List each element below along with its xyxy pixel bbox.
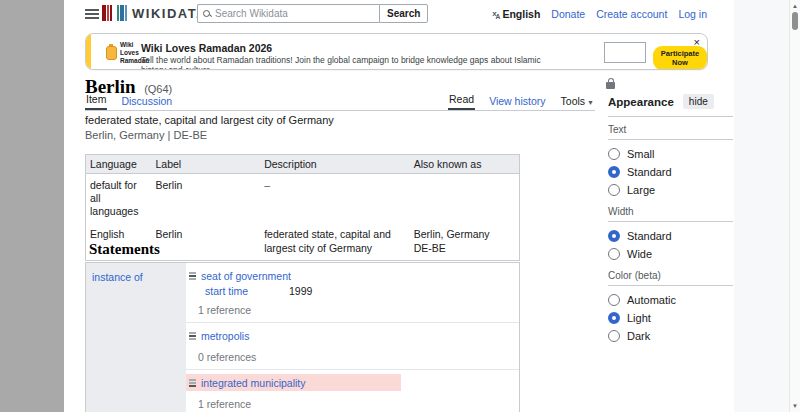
cell-description: federated state, capital and largest cit… bbox=[260, 223, 410, 260]
article-tabs: Item Discussion Read View history Tools▼ bbox=[85, 94, 595, 111]
site-header: WIKIDATA Search xA English Donate Create… bbox=[64, 0, 734, 28]
col-description: Description bbox=[260, 155, 410, 174]
statements-heading: Statements bbox=[89, 241, 160, 258]
terms-header-row: Language Label Description Also known as bbox=[86, 155, 520, 174]
cell-label: Berlin bbox=[151, 223, 260, 260]
tab-item[interactable]: Item bbox=[85, 93, 107, 110]
donate-link[interactable]: Donate bbox=[551, 8, 585, 20]
vertical-scrollbar[interactable]: ▲ ▼ bbox=[789, 0, 800, 412]
claims-list: seat of government start time 1999 1 ref… bbox=[186, 263, 519, 412]
property-link-instance-of[interactable]: instance of bbox=[92, 271, 143, 283]
radio-label: Large bbox=[627, 184, 655, 196]
tab-discussion[interactable]: Discussion bbox=[120, 95, 173, 110]
language-label: English bbox=[502, 8, 540, 20]
radio-text-large[interactable]: Large bbox=[608, 181, 733, 199]
radio-icon bbox=[608, 184, 620, 196]
qualifier-property-link[interactable]: start time bbox=[205, 285, 289, 297]
view-tabs: Read View history Tools▼ bbox=[448, 93, 595, 110]
claim-main-row-highlighted: integrated municipality bbox=[186, 374, 401, 391]
wikidata-page: WIKIDATA Search xA English Donate Create… bbox=[64, 0, 734, 412]
radio-label: Small bbox=[627, 148, 655, 160]
rank-selector-icon[interactable] bbox=[189, 332, 196, 340]
radio-label: Light bbox=[627, 312, 651, 324]
tab-tools[interactable]: Tools▼ bbox=[560, 95, 595, 110]
entity-description-block: federated state, capital and largest cit… bbox=[85, 114, 334, 143]
translate-icon: xA bbox=[492, 9, 499, 20]
references-toggle[interactable]: 0 references bbox=[198, 351, 519, 363]
protection-lock-icon bbox=[606, 82, 615, 89]
radio-icon bbox=[608, 148, 620, 160]
banner-image-placeholder bbox=[604, 42, 646, 63]
radio-label: Automatic bbox=[627, 294, 676, 306]
statement-group: instance of seat of government start tim… bbox=[85, 262, 520, 412]
log-in-link[interactable]: Log in bbox=[678, 8, 707, 20]
section-label-text: Text bbox=[608, 117, 733, 140]
radio-text-standard[interactable]: Standard bbox=[608, 163, 733, 181]
cell-aka: Berlin, Germany DE-BE bbox=[410, 223, 520, 260]
radio-checked-icon bbox=[608, 230, 620, 242]
participate-now-button[interactable]: Participate Now bbox=[653, 46, 707, 70]
cell-language: default for all languages bbox=[86, 174, 152, 224]
banner-text: Tell the world about Ramadan traditions!… bbox=[141, 55, 561, 70]
radio-label: Standard bbox=[627, 166, 672, 178]
col-label: Label bbox=[151, 155, 260, 174]
section-label-color: Color (beta) bbox=[608, 263, 733, 286]
radio-label: Wide bbox=[627, 248, 652, 260]
radio-color-dark[interactable]: Dark bbox=[608, 327, 733, 345]
cell-description: – bbox=[260, 174, 410, 224]
statement-value-link[interactable]: metropolis bbox=[201, 330, 249, 342]
chevron-down-icon: ▼ bbox=[587, 99, 594, 106]
property-cell: instance of bbox=[86, 263, 186, 412]
radio-text-small[interactable]: Small bbox=[608, 145, 733, 163]
radio-checked-icon bbox=[608, 312, 620, 324]
wikidata-logo[interactable]: WIKIDATA bbox=[102, 5, 207, 21]
qualifier-row: start time 1999 bbox=[205, 285, 519, 297]
appearance-panel: Appearance hide Text Small Standard Larg… bbox=[608, 94, 733, 345]
statement-value-link[interactable]: integrated municipality bbox=[201, 377, 305, 389]
scrollbar-thumb[interactable] bbox=[792, 12, 798, 30]
col-also-known-as: Also known as bbox=[410, 155, 520, 174]
language-selector[interactable]: xA English bbox=[492, 8, 540, 20]
statement-metropolis: metropolis 0 references bbox=[186, 323, 519, 370]
section-label-width: Width bbox=[608, 199, 733, 222]
search-input[interactable] bbox=[215, 8, 374, 19]
radio-width-standard[interactable]: Standard bbox=[608, 227, 733, 245]
statement-value-link[interactable]: seat of government bbox=[201, 270, 291, 282]
radio-icon bbox=[608, 330, 620, 342]
close-icon[interactable]: × bbox=[694, 37, 700, 48]
references-toggle[interactable]: 1 reference bbox=[198, 304, 519, 316]
ramadan-lantern-icon bbox=[106, 44, 115, 59]
search-box bbox=[197, 4, 379, 23]
hide-button[interactable]: hide bbox=[683, 94, 714, 109]
references-toggle[interactable]: 1 reference bbox=[198, 398, 519, 410]
radio-width-wide[interactable]: Wide bbox=[608, 245, 733, 263]
rank-selector-icon[interactable] bbox=[189, 379, 196, 387]
radio-label: Dark bbox=[627, 330, 650, 342]
header-links: xA English Donate Create account Log in bbox=[492, 0, 707, 28]
cell-aka bbox=[410, 174, 520, 224]
radio-label: Standard bbox=[627, 230, 672, 242]
tab-read[interactable]: Read bbox=[448, 93, 475, 110]
entity-aliases: Berlin, Germany | DE-BE bbox=[85, 129, 334, 143]
wikidata-wordmark: WIKIDATA bbox=[132, 6, 207, 21]
main-menu-icon[interactable] bbox=[85, 9, 99, 21]
create-account-link[interactable]: Create account bbox=[596, 8, 667, 20]
rank-selector-icon[interactable] bbox=[189, 272, 196, 280]
banner-title: Wiki Loves Ramadan 2026 bbox=[141, 42, 272, 54]
appearance-header: Appearance hide bbox=[608, 94, 733, 117]
scroll-up-icon[interactable]: ▲ bbox=[790, 1, 800, 11]
radio-checked-icon bbox=[608, 166, 620, 178]
search-button[interactable]: Search bbox=[379, 4, 428, 23]
radio-color-light[interactable]: Light bbox=[608, 309, 733, 327]
search-bar: Search bbox=[197, 4, 428, 23]
radio-color-automatic[interactable]: Automatic bbox=[608, 291, 733, 309]
appearance-title: Appearance bbox=[608, 96, 674, 108]
radio-icon bbox=[608, 294, 620, 306]
tab-view-history[interactable]: View history bbox=[488, 95, 546, 110]
banner-accent-bar bbox=[86, 34, 91, 69]
claim-main-row: metropolis bbox=[186, 327, 519, 344]
radio-icon bbox=[608, 248, 620, 260]
page-right-gutter bbox=[734, 0, 789, 412]
scroll-down-icon[interactable]: ▼ bbox=[790, 401, 800, 411]
wikidata-logo-bars-icon bbox=[102, 5, 127, 21]
